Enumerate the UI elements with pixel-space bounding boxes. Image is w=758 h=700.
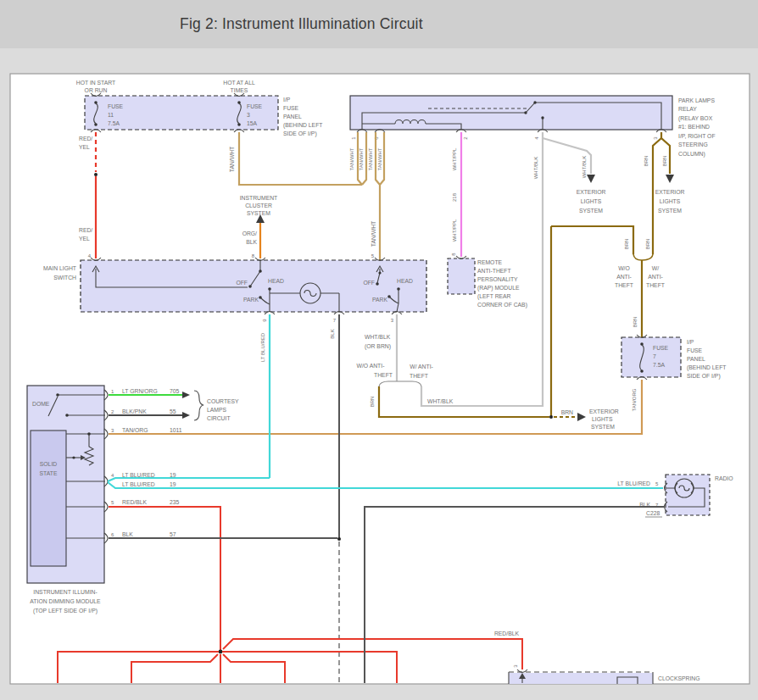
org-blk-label2: BLK	[246, 239, 257, 245]
brn-label5: BRN	[633, 317, 638, 328]
rap-caption6: CORNER OF CAB)	[477, 302, 527, 308]
w-anti-label-mid2: THEFT	[410, 373, 428, 379]
radio-connector: C228	[646, 510, 660, 516]
mod-pin1-ckt: 705	[170, 388, 180, 394]
ip-panel-caption5: SIDE OF I/P)	[283, 131, 317, 137]
head-label-left: HEAD	[268, 278, 284, 284]
relay-caption4: #1: BEHIND	[678, 124, 710, 130]
radio-title: RADIO	[715, 475, 733, 481]
w-anti-theft-label2: ANTI-	[648, 274, 663, 280]
wo-anti-theft-label3: THEFT	[615, 282, 633, 288]
ext1-l2: LIGHTS	[581, 198, 602, 204]
switch-title: MAIN LIGHT	[43, 265, 76, 271]
hot-at-all-label: HOT AT ALL	[223, 80, 255, 86]
wht-ppl-label: WHT/PPL	[452, 147, 457, 170]
w-anti-theft-label: W/	[652, 265, 659, 271]
dome-label: DOME	[32, 401, 50, 407]
mod-pin2-ckt: 55	[170, 408, 176, 414]
park-label-left: PARK	[243, 297, 259, 303]
ip-panel-caption4: (BEHIND LEFT	[283, 122, 322, 129]
head-label-right: HEAD	[397, 278, 413, 284]
wht-ppl-label2: WHT/PPL	[452, 219, 457, 242]
module-caption3: (TOP LEFT SIDE OF I/P)	[33, 608, 98, 614]
park-label-right: PARK	[372, 297, 387, 303]
courtesy-l2: LAMPS	[207, 407, 227, 413]
rap-caption: REMOTE	[477, 259, 503, 265]
fuse7-caption3: PANEL	[687, 356, 705, 362]
ext3-l2: LIGHTS	[592, 416, 613, 422]
clockspring-title: CLOCKSPRING	[658, 675, 699, 681]
wo-anti-label-mid2: THEFT	[374, 372, 393, 378]
switch-title2: SWITCH	[53, 275, 76, 281]
tan-wht-label: TAN/WHT	[229, 147, 235, 172]
hot-in-start-label: HOT IN START	[76, 80, 115, 86]
ip-panel-caption: I/P	[283, 97, 291, 103]
brn-label2: BRN	[662, 156, 667, 167]
mod-pin3-ckt: 1011	[170, 427, 182, 433]
red-yel-label2a: RED/	[79, 227, 92, 233]
org-blk-label1: ORG/	[242, 231, 257, 236]
fuse3-label: FUSE	[247, 103, 263, 109]
w-anti-label-mid: W/ ANTI-	[410, 364, 433, 369]
red-yel-label1a: RED/	[79, 136, 92, 142]
hot-at-all-label2: TIMES	[231, 87, 248, 93]
wht-blk-label3: WHT/BLK	[427, 398, 454, 404]
mod-pin5-name: RED/BLK	[122, 499, 148, 505]
lt-blu-red-vert-label: LT BLU/RED	[260, 332, 265, 362]
brn-label6: BRN	[370, 397, 375, 408]
red-yel-label1b: YEL	[79, 144, 90, 150]
wht-blk-label1: WHT/BLK	[533, 157, 538, 180]
fuse7-label: FUSE	[653, 345, 669, 351]
solid-label: SOLID	[40, 461, 57, 467]
wht-ppl-218: 218	[452, 192, 457, 202]
ip-panel-caption3: PANEL	[283, 114, 302, 119]
fuse7-caption5: SIDE OF I/P)	[687, 373, 721, 380]
ext3-l3: SYSTEM	[591, 424, 615, 430]
orbrn-label: (OR BRN)	[365, 343, 391, 350]
w-anti-theft-label3: THEFT	[646, 282, 665, 288]
mod-pin3-name: TAN/ORG	[122, 427, 148, 433]
courtesy-l1: COURTESY	[207, 398, 239, 404]
screenshot-root: Fig 2: Instrument Illumination Circuit H…	[0, 0, 758, 700]
module-caption2: ATION DIMMING MODULE	[30, 598, 101, 604]
relay-caption2: RELAY	[678, 106, 697, 112]
relay-caption6: STEERING	[678, 142, 708, 147]
cluster-l1: INSTRUMENT	[240, 195, 278, 201]
tan-wht-label5: TAN/WHT	[377, 147, 382, 170]
rap-caption5: (LEFT REAR	[477, 293, 511, 300]
wo-anti-label-mid: W/O ANTI-	[357, 363, 385, 369]
fuse7-caption4: (BEHIND LEFT	[687, 364, 726, 371]
wht-blk-label2: WHT/BLK	[582, 156, 587, 179]
cluster-l2: CLUSTER	[245, 203, 272, 208]
brn-arrow-label: BRN	[561, 409, 573, 415]
module-caption1: INSTRUMENT ILLUMIN-	[33, 589, 97, 595]
mod-pin2-name: BLK/PNK	[122, 408, 147, 414]
fuse11-number: 11	[108, 112, 114, 118]
red-yel-label2b: YEL	[79, 236, 90, 242]
fuse7-amps: 7.5A	[653, 362, 665, 368]
ip-panel-caption2: FUSE	[283, 105, 299, 111]
ext2-l1: EXTERIOR	[655, 189, 685, 195]
courtesy-l3: CIRCUIT	[207, 415, 231, 421]
tan-wht-label3: TAN/WHT	[359, 147, 364, 170]
hot-in-start-label2: OR RUN	[85, 87, 108, 93]
off-label-right: OFF	[363, 280, 375, 286]
brn-label1: BRN	[644, 156, 649, 167]
blk-vert-label: BLK	[330, 329, 335, 338]
fuse11-amps: 7.5A	[108, 120, 120, 126]
ext2-l2: LIGHTS	[660, 198, 681, 204]
fuse3-amps: 15A	[247, 120, 258, 126]
relay-caption7: COLUMN)	[678, 151, 705, 158]
mod-pin6-name: BLK	[122, 531, 133, 537]
state-label: STATE	[40, 470, 58, 476]
ext3-l1: EXTERIOR	[589, 408, 619, 414]
wiring-diagram: HOT IN START OR RUN HOT AT ALL TIMES FUS…	[0, 0, 758, 700]
tan-wht-label4: TAN/WHT	[368, 147, 373, 170]
wo-anti-theft-label: W/O	[618, 265, 630, 271]
fuse7-caption2: FUSE	[687, 347, 703, 353]
rap-caption3: PERSONALITY	[477, 276, 518, 282]
red-blk-label: RED/BLK	[494, 631, 520, 636]
wo-anti-theft-label2: ANTI-	[616, 274, 632, 280]
mod-pin1-name: LT GRN/ORG	[122, 388, 158, 394]
relay-caption3: (RELAY BOX	[678, 115, 713, 122]
